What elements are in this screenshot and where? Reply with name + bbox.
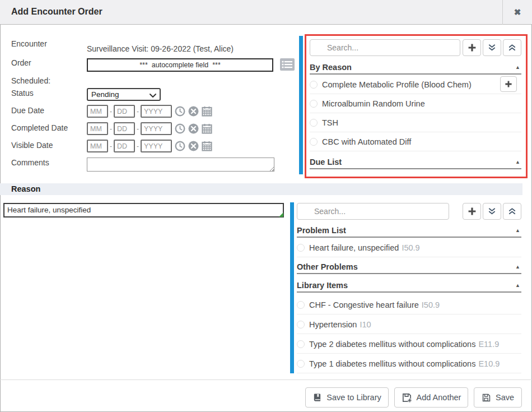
section-header-due-list[interactable]: Due List ▲: [310, 155, 521, 169]
dialog-titlebar: Add Encounter Order ✖: [0, 0, 532, 25]
due-date-group: - -: [87, 105, 212, 118]
visible-date-day-input[interactable]: [114, 140, 135, 152]
visible-date-year-input[interactable]: [141, 140, 172, 152]
reason-item-label: Heart failure, unspecified: [309, 243, 399, 252]
save-icon: [482, 393, 491, 402]
close-button[interactable]: ✖: [502, 0, 532, 25]
collapse-caret-icon[interactable]: ▲: [515, 228, 520, 233]
collapse-caret-icon[interactable]: ▲: [515, 283, 520, 288]
section-header-library-items[interactable]: Library Items ▲: [297, 279, 521, 293]
radio-icon[interactable]: [297, 301, 305, 309]
date-separator: -: [110, 125, 112, 133]
calendar-icon[interactable]: [202, 123, 212, 134]
order-item-label: CBC with Automated Diff: [322, 137, 411, 146]
clear-date-icon[interactable]: [188, 106, 199, 117]
reason-item-label: Type 1 diabetes mellitus without complic…: [309, 359, 475, 368]
completed-date-year-input[interactable]: [141, 122, 172, 135]
radio-icon[interactable]: [310, 100, 318, 108]
collapse-all-button[interactable]: [503, 203, 521, 220]
calendar-icon[interactable]: [202, 106, 212, 117]
collapse-caret-icon[interactable]: ▲: [515, 64, 520, 70]
reason-textarea[interactable]: Heart failure, unspecified: [3, 203, 284, 217]
radio-icon[interactable]: [297, 340, 305, 348]
clock-icon[interactable]: [175, 106, 185, 117]
order-list-item[interactable]: CBC with Automated Diff: [310, 132, 521, 151]
due-date-label: Due Date: [11, 106, 44, 115]
reason-section-label: Reason: [11, 184, 40, 193]
section-header-label: Problem List: [297, 226, 346, 235]
expand-all-button[interactable]: [483, 39, 501, 56]
radio-icon[interactable]: [297, 321, 305, 328]
completed-date-label: Completed Date: [11, 123, 68, 132]
reason-list-item[interactable]: Type 2 diabetes mellitus without complic…: [297, 335, 521, 354]
scheduled-label: Scheduled:: [11, 76, 50, 85]
radio-icon[interactable]: [310, 81, 318, 89]
comments-textarea[interactable]: [87, 158, 274, 172]
date-separator: -: [137, 142, 139, 150]
add-another-label: Add Another: [417, 393, 461, 402]
clock-icon[interactable]: [175, 123, 185, 134]
order-lookup-button[interactable]: [279, 57, 295, 72]
comments-label: Comments: [11, 158, 49, 167]
collapse-caret-icon[interactable]: ▲: [515, 159, 520, 165]
add-encounter-order-dialog: Add Encounter Order ✖ Encounter Surveill…: [0, 0, 532, 412]
order-list-item[interactable]: TSH: [310, 113, 521, 132]
calendar-icon[interactable]: [202, 141, 212, 151]
status-selected-value: Pending: [91, 90, 119, 99]
add-item-button[interactable]: [500, 76, 517, 92]
section-header-by-reason[interactable]: By Reason ▲: [310, 61, 521, 75]
radio-icon[interactable]: [297, 360, 305, 368]
radio-icon[interactable]: [310, 138, 318, 146]
diagnosis-code: I50.9: [422, 300, 440, 309]
save-label: Save: [496, 393, 514, 402]
due-date-month-input[interactable]: [87, 105, 108, 118]
reason-list-item[interactable]: CHF - Congestive heart failure I50.9: [297, 295, 521, 314]
add-another-button[interactable]: Add Another: [394, 387, 468, 408]
collapse-all-button[interactable]: [503, 39, 521, 56]
radio-icon[interactable]: [310, 119, 318, 127]
close-icon: ✖: [514, 7, 521, 17]
expand-all-button[interactable]: [483, 203, 501, 220]
section-header-label: Due List: [310, 158, 342, 166]
diagnosis-code: E10.9: [478, 359, 500, 368]
order-label: Order: [11, 58, 31, 67]
diagnosis-code: E11.9: [478, 340, 499, 349]
reason-list-item[interactable]: Hypertension I10: [297, 315, 521, 334]
completed-date-day-input[interactable]: [114, 122, 135, 135]
radio-icon[interactable]: [297, 244, 305, 252]
date-separator: -: [110, 108, 112, 115]
chevron-down-icon: [150, 93, 156, 98]
due-date-day-input[interactable]: [114, 105, 135, 118]
visible-date-month-input[interactable]: [87, 140, 108, 152]
order-list-item[interactable]: Microalbumin Random Urine: [310, 94, 521, 113]
reason-search-input[interactable]: [297, 203, 449, 220]
order-search-input[interactable]: [310, 39, 460, 56]
clock-icon[interactable]: [175, 141, 185, 151]
due-date-year-input[interactable]: [141, 105, 172, 118]
footer-divider: [0, 379, 532, 380]
visible-date-label: Visible Date: [11, 141, 53, 150]
status-select[interactable]: Pending: [87, 88, 161, 101]
section-header-problem-list[interactable]: Problem List ▲: [297, 224, 521, 238]
panel-accent-bar: [290, 202, 294, 373]
completed-date-month-input[interactable]: [87, 122, 108, 135]
save-plus-icon: [402, 392, 412, 403]
order-item-label: Complete Metabolic Profile (Blood Chem): [322, 80, 472, 89]
add-reason-button[interactable]: [463, 203, 481, 220]
save-button[interactable]: Save: [474, 387, 522, 408]
collapse-caret-icon[interactable]: ▲: [515, 264, 520, 270]
clear-date-icon[interactable]: [188, 141, 199, 151]
double-chevron-down-icon: [488, 44, 496, 52]
order-list-item[interactable]: Complete Metabolic Profile (Blood Chem): [310, 75, 521, 94]
clear-date-icon[interactable]: [188, 123, 199, 134]
order-autocomplete-input[interactable]: [87, 58, 273, 72]
section-header-label: By Reason: [310, 63, 352, 72]
save-to-library-button[interactable]: Save to Library: [305, 387, 389, 408]
reason-list-item[interactable]: Heart failure, unspecified I50.9: [297, 238, 521, 257]
add-order-button[interactable]: [463, 39, 481, 56]
reason-list-item[interactable]: Type 1 diabetes mellitus without complic…: [297, 354, 521, 373]
section-header-other-problems[interactable]: Other Problems ▲: [297, 260, 521, 274]
double-chevron-up-icon: [508, 44, 516, 52]
reason-section-band: Reason: [0, 183, 522, 195]
panel-accent-bar: [299, 36, 303, 174]
